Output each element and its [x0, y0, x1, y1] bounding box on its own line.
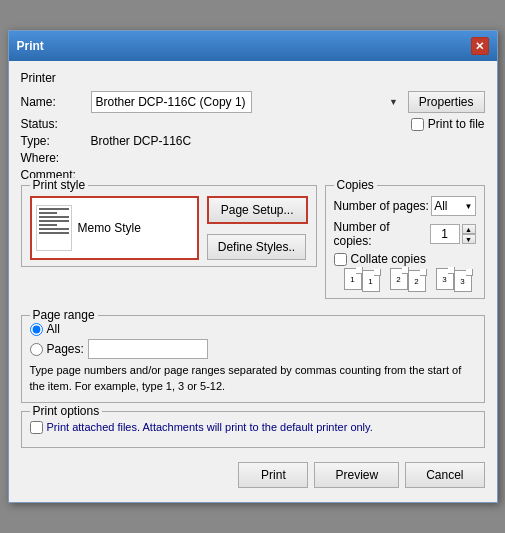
print-to-file-checkbox[interactable] — [411, 118, 424, 131]
dialog-title: Print — [17, 39, 44, 53]
all-radio-row: All — [30, 322, 476, 336]
pages-radio[interactable] — [30, 343, 43, 356]
print-attached-label[interactable]: Print attached files. Attachments will p… — [47, 420, 373, 435]
copies-title: Copies — [334, 178, 377, 192]
print-style-col: Print style — [21, 185, 317, 307]
define-styles-button[interactable]: Define Styles.. — [207, 234, 306, 260]
where-label: Where: — [21, 151, 91, 165]
bottom-buttons: Print Preview Cancel — [21, 458, 485, 492]
page-range-hint: Type page numbers and/or page ranges sep… — [30, 363, 476, 394]
page-setup-button[interactable]: Page Setup... — [207, 196, 308, 224]
collate-row: Collate copies — [334, 252, 476, 266]
cancel-button[interactable]: Cancel — [405, 462, 484, 488]
icon-line-6 — [39, 228, 69, 230]
collate-icon: 1 1 2 2 3 3 — [342, 270, 476, 292]
comment-row: Comment: — [21, 168, 485, 182]
preview-button[interactable]: Preview — [314, 462, 399, 488]
two-col-layout: Print style — [21, 185, 485, 307]
icon-line-7 — [39, 232, 69, 234]
print-style-inner: Memo Style Page Setup... Define Styles.. — [30, 196, 308, 260]
all-pages-radio[interactable] — [30, 323, 43, 336]
where-row: Where: — [21, 151, 485, 165]
num-pages-label: Number of pages: — [334, 199, 432, 213]
print-attached-checkbox[interactable] — [30, 421, 43, 434]
print-style-right: Page Setup... Define Styles.. — [207, 196, 308, 260]
icon-line-5 — [39, 224, 57, 226]
pages-label[interactable]: Pages: — [47, 342, 84, 356]
name-select-wrap: Brother DCP-116C (Copy 1) Properties — [91, 91, 485, 113]
collate-page-2: 2 — [390, 268, 408, 290]
dialog-body: Printer Name: Brother DCP-116C (Copy 1) … — [9, 61, 497, 501]
icon-line-3 — [39, 216, 69, 218]
collate-page-3: 3 — [436, 268, 454, 290]
properties-button[interactable]: Properties — [408, 91, 485, 113]
icon-line-2 — [39, 212, 57, 214]
name-label: Name: — [21, 95, 91, 109]
collate-page-3b: 3 — [454, 270, 472, 292]
num-copies-spinner: ▲ ▼ — [430, 224, 476, 244]
print-button[interactable]: Print — [238, 462, 308, 488]
print-dialog: Print ✕ Printer Name: Brother DCP-116C (… — [8, 30, 498, 502]
print-options-text: Print attached files. Attachments will p… — [47, 421, 373, 433]
num-pages-row: Number of pages: All 1 2 3 — [334, 196, 476, 216]
print-style-title: Print style — [30, 178, 89, 192]
type-label: Type: — [21, 134, 91, 148]
copies-decrement-button[interactable]: ▼ — [462, 234, 476, 244]
page-range-box: Page range All Pages: Type page numbers … — [21, 315, 485, 403]
print-options-box: Print options Print attached files. Atta… — [21, 411, 485, 447]
printer-name-row: Name: Brother DCP-116C (Copy 1) Properti… — [21, 91, 485, 113]
pages-input[interactable] — [88, 339, 208, 359]
close-button[interactable]: ✕ — [471, 37, 489, 55]
copies-box: Copies Number of pages: All 1 2 3 — [325, 185, 485, 299]
print-style-box: Print style — [21, 185, 317, 267]
pages-radio-row: Pages: — [30, 339, 476, 359]
collate-page-1: 1 — [344, 268, 362, 290]
printer-section-label: Printer — [21, 71, 485, 85]
page-range-title: Page range — [30, 308, 98, 322]
spinner-buttons: ▲ ▼ — [462, 224, 476, 244]
memo-style-item[interactable]: Memo Style — [30, 196, 199, 260]
collate-page-1b: 1 — [362, 270, 380, 292]
copies-col: Copies Number of pages: All 1 2 3 — [325, 185, 485, 307]
copies-increment-button[interactable]: ▲ — [462, 224, 476, 234]
printer-section: Printer Name: Brother DCP-116C (Copy 1) … — [21, 71, 485, 182]
print-to-file-label[interactable]: Print to file — [428, 117, 485, 131]
collate-page-2b: 2 — [408, 270, 426, 292]
num-copies-row: Number of copies: ▲ ▼ — [334, 220, 476, 248]
icon-line-1 — [39, 208, 69, 210]
type-row: Type: Brother DCP-116C — [21, 134, 485, 148]
type-value: Brother DCP-116C — [91, 134, 485, 148]
print-attached-row: Print attached files. Attachments will p… — [30, 420, 476, 435]
status-row: Status: Print to file — [21, 117, 485, 131]
memo-style-label: Memo Style — [78, 221, 141, 235]
all-pages-label[interactable]: All — [47, 322, 60, 336]
memo-style-icon — [36, 205, 72, 251]
collate-checkbox[interactable] — [334, 253, 347, 266]
printer-name-select[interactable]: Brother DCP-116C (Copy 1) — [91, 91, 252, 113]
icon-line-4 — [39, 220, 69, 222]
status-label: Status: — [21, 117, 91, 131]
num-pages-select[interactable]: All 1 2 3 — [431, 196, 475, 216]
num-copies-input[interactable] — [430, 224, 460, 244]
printer-name-container: Brother DCP-116C (Copy 1) — [91, 91, 402, 113]
title-bar: Print ✕ — [9, 31, 497, 61]
collate-label[interactable]: Collate copies — [351, 252, 426, 266]
num-pages-select-wrap: All 1 2 3 — [431, 196, 475, 216]
num-copies-label: Number of copies: — [334, 220, 430, 248]
print-options-title: Print options — [30, 404, 103, 418]
